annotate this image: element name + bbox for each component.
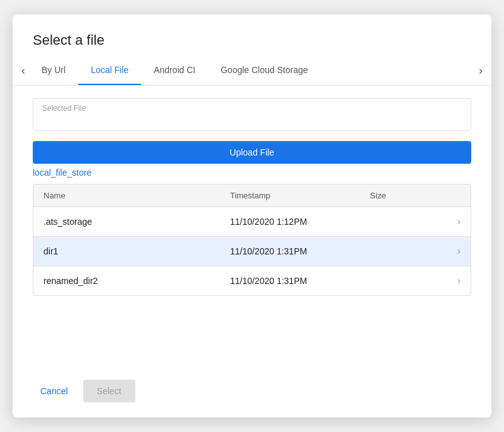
- file-store-link[interactable]: local_file_store: [33, 168, 471, 178]
- table-row[interactable]: .ats_storage 11/10/2020 1:12PM ›: [33, 207, 471, 237]
- file-table: Name Timestamp Size .ats_storage 11/10/2…: [33, 184, 471, 296]
- row-timestamp: 11/10/2020 1:31PM: [230, 276, 370, 286]
- col-timestamp-header: Timestamp: [230, 191, 370, 200]
- row-name: renamed_dir2: [43, 276, 230, 286]
- row-timestamp: 11/10/2020 1:31PM: [230, 246, 370, 256]
- col-size-header: Size: [370, 191, 435, 200]
- row-name: dir1: [43, 246, 230, 256]
- tabs-container: By Url Local File Android CI Google Clou…: [29, 56, 475, 85]
- table-row[interactable]: dir1 11/10/2020 1:31PM ›: [33, 237, 471, 266]
- tabs-bar: ‹ By Url Local File Android CI Google Cl…: [13, 56, 491, 86]
- row-chevron-icon: ›: [435, 275, 461, 287]
- dialog-title: Select a file: [13, 14, 491, 48]
- tabs-right-arrow[interactable]: ›: [475, 59, 486, 82]
- select-button[interactable]: Select: [83, 380, 135, 402]
- row-timestamp: 11/10/2020 1:12PM: [230, 217, 370, 227]
- row-chevron-icon: ›: [435, 216, 461, 227]
- tab-google-cloud-storage[interactable]: Google Cloud Storage: [208, 56, 321, 85]
- selected-file-label: Selected File: [42, 104, 86, 113]
- selected-file-field: Selected File: [33, 98, 471, 131]
- table-header: Name Timestamp Size: [33, 185, 471, 207]
- dialog-footer: Cancel Select: [13, 368, 491, 418]
- tab-local-file[interactable]: Local File: [78, 56, 141, 85]
- file-select-dialog: Select a file ‹ By Url Local File Androi…: [13, 14, 491, 418]
- table-row[interactable]: renamed_dir2 11/10/2020 1:31PM ›: [33, 266, 471, 295]
- cancel-button[interactable]: Cancel: [33, 381, 76, 401]
- row-chevron-icon: ›: [435, 246, 461, 257]
- dialog-body: Selected File Upload File local_file_sto…: [13, 86, 491, 368]
- row-name: .ats_storage: [43, 217, 230, 227]
- upload-file-button[interactable]: Upload File: [33, 141, 471, 164]
- tabs-left-arrow[interactable]: ‹: [18, 59, 29, 82]
- col-name-header: Name: [43, 191, 230, 200]
- tab-android-ci[interactable]: Android CI: [141, 56, 208, 85]
- tab-by-url[interactable]: By Url: [29, 56, 78, 85]
